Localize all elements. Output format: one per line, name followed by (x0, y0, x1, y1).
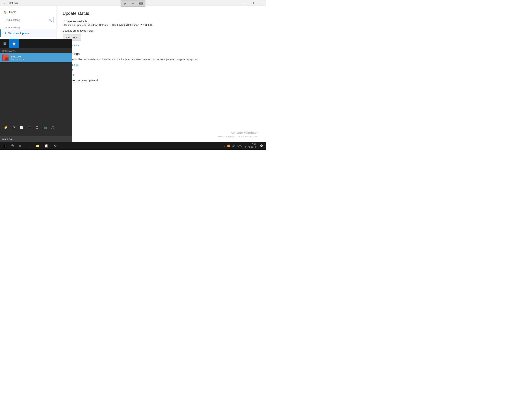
start-icon-documents[interactable]: 📁 (2, 124, 9, 131)
taskbar-task-view-button[interactable]: ⧉ (16, 142, 23, 150)
taskbar-app-ie[interactable]: e (24, 142, 33, 150)
windows-logo-icon: ⊞ (4, 144, 6, 148)
page-title: Update status (63, 11, 260, 16)
start-search-bar (0, 136, 72, 142)
activate-watermark: Activate Windows Go to Settings to activ… (218, 131, 258, 138)
keyboard-icon[interactable]: ⌨ (137, 1, 145, 6)
svg-rect-3 (3, 58, 5, 60)
taskbar-search-button[interactable]: 🔍 (9, 142, 16, 150)
back-button[interactable]: ← (2, 0, 8, 6)
start-result-info: mmc.exe Run command (11, 55, 25, 60)
taskbar-apps: e 📁 📋 ⚙ (24, 142, 60, 150)
active-hours-link[interactable]: e active hours (63, 64, 260, 66)
taskbar-app-explorer[interactable]: 📁 (33, 142, 42, 150)
titlebar: ← Settings ⊕ ≡ ⌨ — ❐ ✕ (0, 0, 266, 6)
svg-rect-2 (6, 55, 8, 57)
window-controls: — ❐ ✕ (239, 0, 266, 6)
taskbar-app-settings[interactable]: ⚙ (51, 142, 60, 150)
auto-download-desc: le updates will be downloaded and instal… (63, 58, 199, 61)
activate-subtitle: Go to Settings to activate Windows. (218, 135, 258, 138)
taskbar-clock[interactable]: 12:31 31/10/2016 (244, 142, 257, 149)
search-input[interactable] (3, 17, 54, 23)
lines-icon[interactable]: ≡ (129, 1, 137, 6)
search-overlay-toolbar: ⊕ ≡ ⌨ (120, 0, 146, 7)
sidebar-item-windows-update[interactable]: ↺ Windows Update (0, 29, 56, 37)
advanced-options-link[interactable]: ed options (63, 73, 260, 76)
notification-icon: 💬 (260, 144, 263, 147)
settings-icon: ⚙ (54, 144, 57, 148)
network-icon[interactable]: 📶 (227, 144, 231, 148)
learn-more-link[interactable]: nore (63, 83, 260, 85)
start-home-icon[interactable]: 🏠 (9, 39, 19, 48)
language-indicator[interactable]: ENG (237, 144, 243, 147)
svg-rect-1 (3, 55, 6, 58)
sidebar-search-container: 🔍 (3, 17, 54, 23)
sidebar-home-button[interactable]: 🏠 Home (0, 9, 56, 16)
looking-for-info-text: g for info on the latest updates? (63, 79, 260, 82)
mmc-icon (2, 55, 9, 61)
titlebar-title: Settings (9, 2, 18, 5)
clock-date: 31/10/2016 (245, 146, 256, 149)
restore-button[interactable]: ❐ (248, 0, 257, 6)
start-result-item[interactable]: mmc.exe Run command (0, 53, 72, 62)
ie-icon: e (28, 144, 29, 148)
taskbar-app-notes[interactable]: 📋 (42, 142, 51, 150)
start-result-sub: Run command (11, 58, 25, 60)
task-view-icon: ⧉ (19, 144, 21, 148)
start-icon-music[interactable]: 🎵 (49, 124, 56, 131)
sidebar-section-label: Update & security (0, 25, 56, 29)
start-icon-files[interactable]: 📄 (18, 124, 25, 131)
svg-rect-4 (5, 58, 8, 60)
notification-button[interactable]: 💬 (258, 142, 265, 150)
home-icon: 🏠 (4, 11, 7, 14)
explorer-icon: 📁 (35, 144, 39, 148)
start-bottom-icons: 📁 ⚙ 📄 📱 🖼 📺 🎵 (0, 122, 72, 133)
start-button[interactable]: ⊞ (0, 142, 9, 150)
start-icon-photos[interactable]: 🖼 (33, 124, 40, 131)
volume-icon[interactable]: 🔊 (232, 144, 236, 148)
start-icon-tv[interactable]: 📺 (41, 124, 48, 131)
content-area: Update status Updates are available. • D… (57, 6, 266, 142)
update-settings-title: ate settings (63, 52, 260, 56)
taskbar-sys-tray: ∧ 📶 🔊 ENG 12:31 31/10/2016 💬 (222, 142, 266, 150)
taskbar-search-icon: 🔍 (11, 144, 15, 147)
search-icon: 🔍 (49, 19, 52, 21)
options-link[interactable]: e options (63, 68, 260, 71)
chevron-icon[interactable]: ∧ (222, 144, 226, 148)
notes-icon: 📋 (44, 144, 48, 148)
start-menu-topbar: ☰ 🏠 (0, 39, 72, 48)
start-hamburger-icon[interactable]: ☰ (0, 39, 9, 48)
start-search-input[interactable] (2, 138, 70, 141)
close-button[interactable]: ✕ (257, 0, 266, 6)
clock-time: 12:31 (245, 143, 256, 146)
sidebar-home-label: Home (9, 11, 16, 14)
magnify-icon[interactable]: ⊕ (121, 1, 129, 6)
start-icon-mobile[interactable]: 📱 (26, 124, 33, 131)
start-menu-overlay: ☰ 🏠 Best match mmc.exe Run command 📁 ⚙ (0, 39, 72, 142)
update-available-text: Updates are available. (63, 20, 260, 23)
refresh-icon: ↺ (4, 31, 6, 35)
activate-title: Activate Windows (218, 131, 258, 135)
taskbar: ⊞ 🔍 ⧉ e 📁 📋 ⚙ ∧ 📶 🔊 ENG 12:31 31/10/2016… (0, 142, 266, 150)
start-icon-settings[interactable]: ⚙ (10, 124, 17, 131)
back-icon: ← (4, 1, 6, 5)
minimize-button[interactable]: — (239, 0, 248, 6)
update-history-link[interactable]: Update history (63, 44, 260, 46)
start-result-name: mmc.exe (11, 55, 25, 58)
sidebar-item-label: Windows Update (8, 32, 29, 35)
ready-to-install-text: Updates are ready to install (63, 29, 260, 32)
best-match-label: Best match (0, 48, 72, 53)
update-item-text: • Definition Update for Windows Defender… (63, 24, 260, 26)
